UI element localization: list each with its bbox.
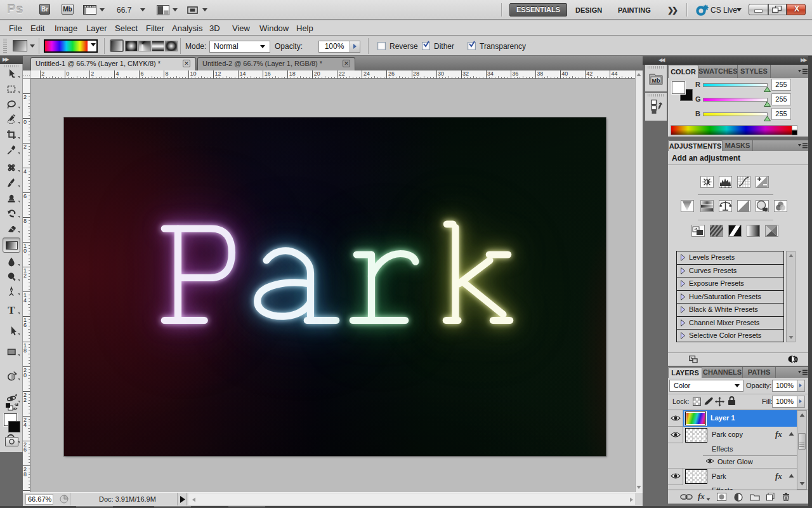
svg-text:T: T bbox=[8, 304, 15, 316]
svg-text:Mb: Mb bbox=[652, 77, 660, 84]
